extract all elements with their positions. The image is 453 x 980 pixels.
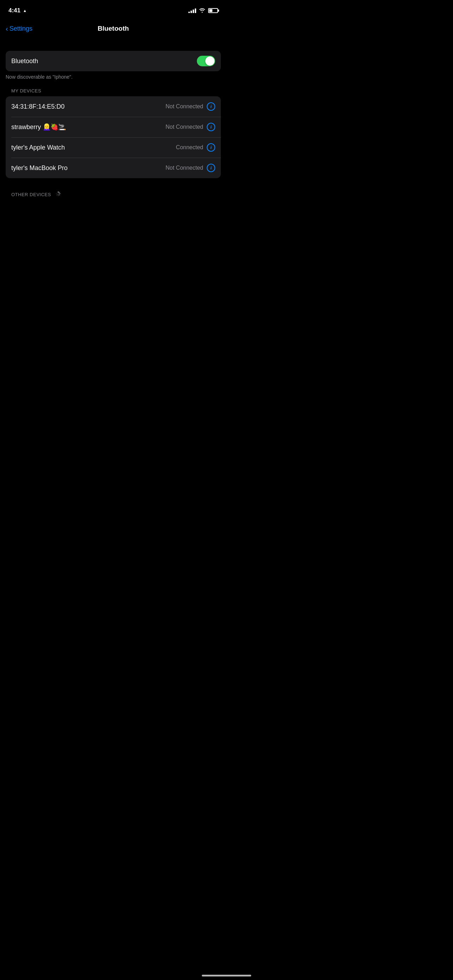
back-button[interactable]: ‹ Settings — [6, 25, 32, 32]
status-time: 4:41 ▲ — [8, 7, 27, 14]
section-gap-top — [0, 38, 227, 51]
nav-bar: ‹ Settings Bluetooth — [0, 19, 227, 38]
chevron-left-icon: ‹ — [6, 25, 8, 32]
device-status-text-1: Not Connected — [165, 124, 203, 130]
toggle-knob — [205, 56, 215, 65]
device-name-0: 34:31:8F:14:E5:D0 — [11, 103, 65, 110]
device-status-text-0: Not Connected — [165, 103, 203, 110]
loading-spinner-icon — [55, 191, 62, 198]
device-row-3[interactable]: tyler's MacBook Pro Not Connected i — [6, 158, 221, 178]
my-devices-header: MY DEVICES — [0, 85, 227, 96]
battery-icon — [208, 8, 218, 13]
other-devices-header: OTHER DEVICES — [11, 191, 215, 198]
battery-fill — [209, 9, 212, 12]
status-bar: 4:41 ▲ — [0, 0, 227, 19]
device-row-1[interactable]: strawberry 👱‍♀️🍓🚬 Not Connected i — [6, 117, 221, 137]
device-status-text-2: Connected — [176, 144, 203, 151]
device-name-3: tyler's MacBook Pro — [11, 164, 68, 172]
wifi-icon — [199, 8, 205, 14]
device-info-button-0[interactable]: i — [207, 102, 215, 111]
svg-line-7 — [56, 192, 57, 193]
svg-line-1 — [59, 192, 60, 193]
device-row-2[interactable]: tyler's Apple Watch Connected i — [6, 137, 221, 158]
device-status-3: Not Connected i — [165, 164, 215, 172]
svg-line-5 — [56, 194, 57, 195]
device-name-1: strawberry 👱‍♀️🍓🚬 — [11, 123, 66, 131]
device-info-button-1[interactable]: i — [207, 123, 215, 131]
location-icon: ▲ — [23, 8, 27, 13]
signal-bars-icon — [188, 8, 196, 13]
svg-line-3 — [59, 194, 60, 195]
bluetooth-label: Bluetooth — [11, 57, 38, 65]
discoverable-text: Now discoverable as "Iphone". — [0, 71, 227, 85]
bluetooth-toggle[interactable] — [197, 56, 215, 66]
back-label: Settings — [10, 25, 32, 32]
other-devices-label: OTHER DEVICES — [11, 192, 51, 197]
device-name-2: tyler's Apple Watch — [11, 144, 65, 151]
status-icons — [188, 8, 218, 14]
bluetooth-toggle-section: Bluetooth — [6, 51, 221, 71]
my-devices-section: 34:31:8F:14:E5:D0 Not Connected i strawb… — [6, 96, 221, 178]
device-status-text-3: Not Connected — [165, 165, 203, 171]
device-status-1: Not Connected i — [165, 123, 215, 131]
time-display: 4:41 — [8, 7, 21, 14]
device-status-0: Not Connected i — [165, 102, 215, 111]
page-title: Bluetooth — [98, 25, 129, 32]
device-row-0[interactable]: 34:31:8F:14:E5:D0 Not Connected i — [6, 96, 221, 117]
toggle-container — [197, 56, 215, 66]
device-status-2: Connected i — [176, 143, 215, 152]
device-info-button-2[interactable]: i — [207, 143, 215, 152]
other-devices-section: OTHER DEVICES — [0, 191, 227, 198]
bluetooth-toggle-row: Bluetooth — [6, 51, 221, 71]
device-info-button-3[interactable]: i — [207, 164, 215, 172]
